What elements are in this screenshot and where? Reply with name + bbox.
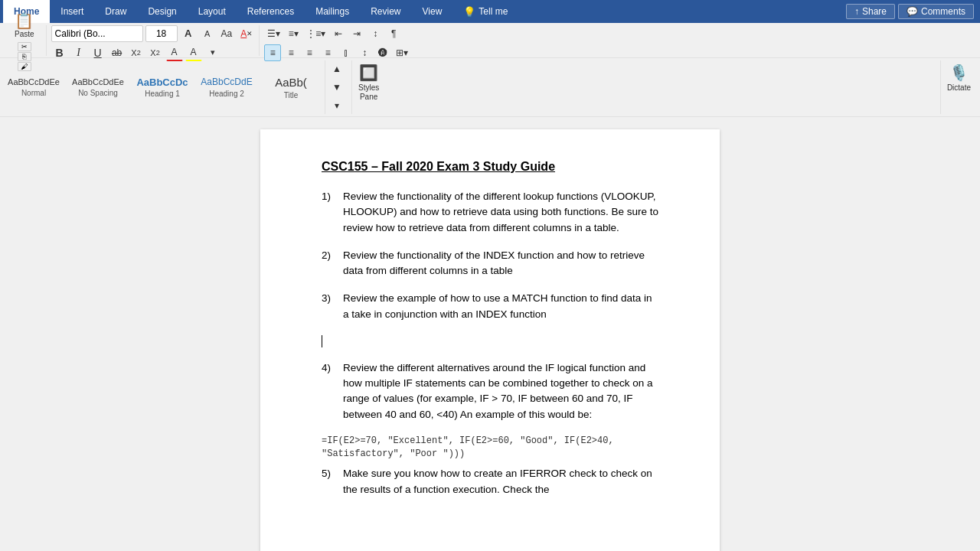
list-num-5: 5)	[322, 466, 340, 497]
align-left-button[interactable]: ≡	[264, 44, 281, 61]
align-center-button[interactable]: ≡	[283, 44, 299, 61]
styles-scroll-down[interactable]: ▼	[328, 79, 345, 96]
font-group: A A Aa A✕ B I U ab X2 X2 A A ▾	[48, 25, 260, 56]
dictate-label: Dictate	[947, 83, 971, 93]
document-title: CSC155 – Fall 2020 Exam 3 Study Guide	[322, 160, 658, 174]
list-item: 3) Review the example of how to use a MA…	[322, 291, 658, 322]
comments-label: Comments	[921, 6, 965, 17]
style-heading1-preview: AaBbCcDc	[136, 77, 188, 89]
list-item: 1) Review the functionality of the diffe…	[322, 189, 658, 236]
show-marks-button[interactable]: ¶	[385, 25, 402, 42]
numbering-button[interactable]: ≡▾	[285, 25, 302, 42]
tab-insert[interactable]: Insert	[50, 0, 94, 23]
paste-label: Paste	[15, 30, 34, 38]
style-title[interactable]: AaBb( Title	[260, 60, 322, 114]
sort-button[interactable]: ↕	[367, 25, 384, 42]
justify-button[interactable]: ≡	[319, 44, 336, 61]
list-item: 2) Review the functionality of the INDEX…	[322, 248, 658, 279]
document-body[interactable]: 1) Review the functionality of the diffe…	[322, 189, 658, 497]
align-right-button[interactable]: ≡	[301, 44, 318, 61]
list-item: 5) Make sure you know how to create an I…	[322, 466, 658, 497]
styles-pane-icon: 🔲	[359, 64, 378, 82]
font-color-dropper[interactable]: ▾	[204, 44, 221, 61]
line-spacing-button[interactable]: ↕	[356, 44, 373, 61]
list-num-4: 4)	[322, 360, 340, 422]
decrease-indent-button[interactable]: ⇤	[330, 25, 347, 42]
underline-button[interactable]: U	[90, 44, 106, 61]
subscript-button[interactable]: X2	[128, 44, 145, 61]
font-grow-button[interactable]: A	[180, 25, 197, 42]
shading-button[interactable]: 🅐	[374, 44, 391, 61]
font-size-select[interactable]	[145, 25, 178, 42]
increase-indent-button[interactable]: ⇥	[348, 25, 365, 42]
italic-button[interactable]: I	[70, 44, 87, 61]
list-text-5: Make sure you know how to create an IFER…	[343, 466, 658, 497]
dictate-button[interactable]: 🎙️ Dictate	[940, 60, 977, 114]
cut-button[interactable]: ✂	[18, 42, 31, 51]
styles-pane-button[interactable]: 🔲 StylesPane	[351, 60, 385, 114]
document-page: CSC155 – Fall 2020 Exam 3 Study Guide 1)…	[260, 129, 720, 551]
style-normal-label: Normal	[21, 89, 46, 97]
style-title-preview: AaBb(	[275, 76, 307, 90]
columns-button[interactable]: ⫿	[338, 44, 354, 61]
text-cursor	[322, 335, 322, 347]
cursor-line	[322, 334, 658, 348]
style-heading2[interactable]: AaBbCcDdE Heading 2	[196, 60, 257, 114]
highlight-button[interactable]: A	[185, 44, 202, 61]
code-block: =IF(E2>=70, "Excellent", IF(E2>=60, "Goo…	[322, 435, 658, 461]
styles-scroll-up[interactable]: ▲	[328, 60, 345, 77]
tab-mailings[interactable]: Mailings	[305, 0, 360, 23]
share-button[interactable]: ↑ Share	[846, 4, 895, 19]
tab-references[interactable]: References	[237, 0, 305, 23]
bullets-button[interactable]: ☰▾	[264, 25, 283, 42]
style-no-spacing-preview: AaBbCcDdEe	[72, 77, 124, 87]
tab-review[interactable]: Review	[360, 0, 411, 23]
tab-layout[interactable]: Layout	[188, 0, 237, 23]
list-text-2: Review the functionality of the INDEX fu…	[343, 248, 658, 279]
ribbon-tab-row: Home Insert Draw Design Layout Reference…	[0, 0, 980, 23]
style-no-spacing-label: No Spacing	[78, 89, 118, 97]
toolbar-row1: 📋 Paste ✂ ⎘ 🖌 A A Aa A✕ B I U ab X2 X2 A…	[0, 23, 980, 58]
list-text-4: Review the different alternatives around…	[343, 360, 658, 422]
tell-me-label: Tell me	[479, 6, 508, 17]
clear-format-button[interactable]: A✕	[237, 25, 256, 42]
paste-button[interactable]: 📋 Paste	[9, 9, 40, 41]
strikethrough-button[interactable]: ab	[109, 44, 126, 61]
tab-design[interactable]: Design	[137, 0, 187, 23]
styles-more-group: ▲ ▼ ▾	[325, 60, 348, 114]
bold-button[interactable]: B	[51, 44, 68, 61]
comment-icon: 💬	[906, 6, 918, 17]
styles-row: AaBbCcDdEe Normal AaBbCcDdEe No Spacing …	[0, 58, 980, 117]
style-heading2-preview: AaBbCcDdE	[201, 77, 252, 87]
list-text-3: Review the example of how to use a MATCH…	[343, 291, 658, 322]
font-color-button[interactable]: A	[166, 44, 183, 61]
tab-right-actions: ↑ Share 💬 Comments	[846, 0, 980, 23]
style-heading1[interactable]: AaBbCcDc Heading 1	[132, 60, 193, 114]
style-no-spacing[interactable]: AaBbCcDdEe No Spacing	[67, 60, 129, 114]
tab-tell-me[interactable]: 💡 Tell me	[452, 0, 518, 23]
style-title-label: Title	[284, 91, 299, 99]
superscript-button[interactable]: X2	[147, 44, 164, 61]
list-num-3: 3)	[322, 291, 340, 322]
tab-view[interactable]: View	[412, 0, 453, 23]
font-shrink-button[interactable]: A	[199, 25, 216, 42]
lightbulb-icon: 💡	[463, 6, 475, 18]
comments-button[interactable]: 💬 Comments	[898, 4, 974, 19]
paste-group: 📋 Paste ✂ ⎘ 🖌	[3, 25, 47, 56]
share-icon: ↑	[854, 6, 859, 17]
style-normal[interactable]: AaBbCcDdEe Normal	[3, 60, 64, 114]
style-heading1-label: Heading 1	[145, 90, 180, 98]
style-normal-preview: AaBbCcDdEe	[8, 77, 60, 87]
change-case-button[interactable]: Aa	[218, 25, 236, 42]
paste-icon: 📋	[15, 11, 34, 30]
tab-draw[interactable]: Draw	[94, 0, 137, 23]
borders-button[interactable]: ⊞▾	[393, 44, 411, 61]
styles-more-button[interactable]: ▾	[328, 97, 345, 114]
dictate-icon: 🎙️	[949, 64, 969, 82]
document-area: CSC155 – Fall 2020 Exam 3 Study Guide 1)…	[0, 117, 980, 551]
list-num-2: 2)	[322, 248, 340, 279]
font-family-select[interactable]	[51, 25, 143, 42]
multilevel-list-button[interactable]: ⋮≡▾	[303, 25, 328, 42]
list-num-1: 1)	[322, 189, 340, 236]
list-text-1: Review the functionality of the differen…	[343, 189, 658, 236]
